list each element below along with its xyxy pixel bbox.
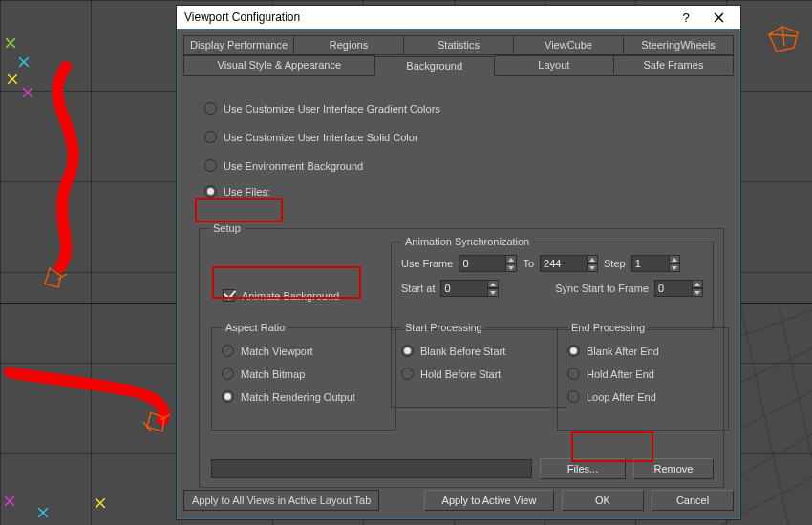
sync-start-spinner[interactable] (654, 280, 703, 297)
radio-label: Use Files: (224, 186, 270, 198)
files-button[interactable]: Files... (540, 458, 626, 479)
tab-content: Use Customize User Interface Gradient Co… (183, 81, 734, 482)
spinner-up-icon[interactable] (506, 255, 517, 263)
start-processing-group: Start Processing Blank Before Start Hold… (391, 322, 566, 408)
tab-safe-frames[interactable]: Safe Frames (614, 55, 734, 74)
tab-steeringwheels[interactable]: SteeringWheels (624, 35, 734, 55)
setup-group: Setup Animate Background Aspect Ratio Ma… (199, 222, 724, 488)
radio-hold-after-end[interactable]: Hold After End (567, 368, 718, 380)
sync-start-label: Sync Start to Frame (555, 283, 649, 294)
step-input[interactable] (631, 255, 670, 272)
radio-blank-before-start[interactable]: Blank Before Start (401, 345, 556, 357)
use-frame-spinner[interactable] (459, 255, 517, 272)
setup-legend: Setup (209, 222, 245, 234)
radio-use-files[interactable]: Use Files: (204, 185, 734, 198)
spinner-down-icon[interactable] (670, 263, 680, 272)
radio-match-bitmap[interactable]: Match Bitmap (222, 368, 386, 380)
spinner-up-icon[interactable] (588, 255, 598, 263)
radio-match-rendering-output[interactable]: Match Rendering Output (222, 390, 386, 403)
viewport-config-dialog: Viewport Configuration ? Display Perform… (176, 5, 741, 520)
marker-icon (23, 88, 32, 97)
radio-label: Hold After End (587, 368, 654, 380)
dialog-tabs: Display Performance Regions Statistics V… (183, 35, 734, 76)
aspect-ratio-group: Aspect Ratio Match Viewport Match Bitmap… (211, 322, 396, 430)
radio-label: Match Viewport (241, 346, 313, 357)
tab-statistics[interactable]: Statistics (404, 35, 514, 55)
viewport-scribble (0, 0, 191, 525)
spinner-down-icon[interactable] (693, 288, 703, 297)
end-processing-group: End Processing Blank After End Hold Afte… (557, 322, 729, 430)
tab-visual-style[interactable]: Visual Style & Appearance (183, 55, 375, 74)
radio-label: Match Bitmap (241, 368, 305, 380)
marker-icon (38, 508, 48, 517)
remove-button[interactable]: Remove (633, 458, 714, 479)
tab-regions[interactable]: Regions (294, 35, 404, 55)
start-at-spinner[interactable] (440, 280, 499, 297)
cancel-button[interactable]: Cancel (652, 490, 734, 511)
ok-button[interactable]: OK (562, 490, 644, 511)
radio-loop-after-end[interactable]: Loop After End (567, 390, 718, 403)
marker-icon (6, 38, 15, 48)
start-processing-legend: Start Processing (401, 322, 486, 333)
radio-label: Use Environment Background (224, 160, 363, 172)
radio-label: Match Rendering Output (241, 391, 355, 403)
background-file-path[interactable] (211, 459, 532, 478)
tab-display-performance[interactable]: Display Performance (183, 35, 294, 55)
check-label: Animate Background (242, 290, 339, 302)
start-at-label: Start at (401, 283, 435, 294)
tab-layout[interactable]: Layout (495, 55, 614, 74)
dialog-titlebar[interactable]: Viewport Configuration ? (177, 6, 740, 29)
dialog-footer: Apply to All Views in Active Layout Tab … (183, 490, 734, 511)
radio-solid-color[interactable]: Use Customize User Interface Solid Color (204, 131, 734, 143)
spinner-up-icon[interactable] (488, 280, 499, 288)
spinner-down-icon[interactable] (488, 288, 499, 297)
highlight-use-files (195, 198, 283, 222)
dialog-title: Viewport Configuration (184, 10, 300, 24)
apply-active-view-button[interactable]: Apply to Active View (424, 490, 554, 511)
tab-viewcube[interactable]: ViewCube (514, 35, 624, 55)
end-processing-legend: End Processing (567, 322, 649, 333)
to-input[interactable] (540, 255, 588, 272)
radio-environment-bg[interactable]: Use Environment Background (204, 159, 734, 172)
aspect-legend: Aspect Ratio (222, 322, 288, 333)
radio-label: Use Customize User Interface Solid Color (224, 132, 418, 143)
radio-gradient-colors[interactable]: Use Customize User Interface Gradient Co… (204, 102, 734, 115)
radio-label: Hold Before Start (420, 368, 501, 380)
radio-blank-after-end[interactable]: Blank After End (567, 345, 718, 357)
help-button[interactable]: ? (670, 7, 702, 28)
radio-label: Loop After End (587, 391, 656, 403)
marker-icon (5, 496, 14, 506)
radio-label: Use Customize User Interface Gradient Co… (224, 103, 440, 115)
marker-icon (8, 74, 17, 84)
step-spinner[interactable] (631, 255, 680, 272)
sync-start-input[interactable] (654, 280, 693, 297)
to-spinner[interactable] (540, 255, 598, 272)
use-frame-label: Use Frame (401, 258, 453, 269)
radio-label: Blank After End (587, 346, 659, 357)
use-frame-input[interactable] (459, 255, 506, 272)
to-label: To (523, 258, 534, 269)
radio-hold-before-start[interactable]: Hold Before Start (401, 368, 556, 380)
spinner-down-icon[interactable] (506, 263, 517, 272)
marker-icon (96, 498, 105, 508)
step-label: Step (604, 258, 626, 269)
marker-icon (19, 57, 29, 67)
spinner-down-icon[interactable] (588, 263, 598, 272)
check-animate-background[interactable]: Animate Background (223, 289, 339, 302)
viewport-gizmo (761, 17, 804, 55)
start-at-input[interactable] (440, 280, 488, 297)
animation-sync-group: Animation Synchronization Use Frame To S… (391, 236, 714, 330)
apply-all-views-button[interactable]: Apply to All Views in Active Layout Tab (183, 490, 379, 511)
anim-sync-legend: Animation Synchronization (401, 236, 533, 247)
close-button[interactable] (702, 7, 735, 28)
tab-background[interactable]: Background (375, 56, 495, 76)
radio-match-viewport[interactable]: Match Viewport (222, 345, 386, 357)
spinner-up-icon[interactable] (693, 280, 703, 288)
dialog-body: Display Performance Regions Statistics V… (177, 29, 740, 519)
spinner-up-icon[interactable] (670, 255, 680, 263)
radio-label: Blank Before Start (420, 346, 505, 357)
